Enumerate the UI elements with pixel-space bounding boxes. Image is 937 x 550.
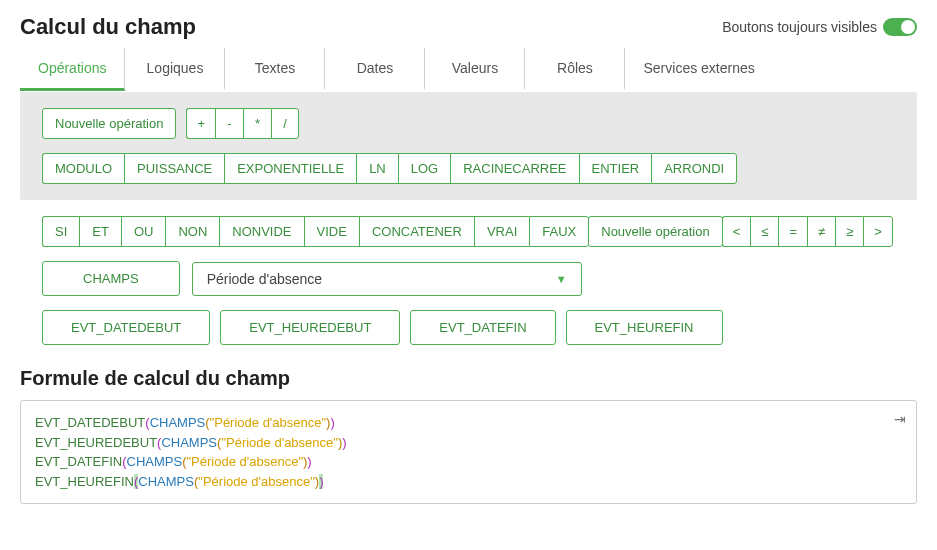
tab-valeurs[interactable]: Valeurs [425, 48, 525, 91]
op-[interactable]: - [215, 108, 243, 139]
chevron-down-icon: ▼ [556, 273, 567, 285]
func-log[interactable]: LOG [398, 153, 450, 184]
formula-title: Formule de calcul du champ [20, 367, 917, 390]
tab-bar: OpérationsLogiquesTextesDatesValeursRôle… [20, 48, 917, 92]
arith-operators: +-*/ [186, 108, 299, 139]
tab-textes[interactable]: Textes [225, 48, 325, 91]
logic-vide[interactable]: VIDE [304, 216, 359, 247]
func-racinecarree[interactable]: RACINECARREE [450, 153, 578, 184]
field-select-value: Période d'absence [207, 271, 323, 287]
func-arrondi[interactable]: ARRONDI [651, 153, 737, 184]
logic-non[interactable]: NON [165, 216, 219, 247]
op-[interactable]: * [243, 108, 271, 139]
tab-rôles[interactable]: Rôles [525, 48, 625, 91]
evt-evt_heurefin[interactable]: EVT_HEUREFIN [566, 310, 723, 345]
logic-et[interactable]: ET [79, 216, 121, 247]
tab-dates[interactable]: Dates [325, 48, 425, 91]
cmp-[interactable]: ≠ [807, 216, 835, 247]
tab-services-externes[interactable]: Services externes [625, 48, 772, 91]
logic-si[interactable]: SI [42, 216, 79, 247]
expand-icon[interactable]: ⇥ [894, 409, 906, 430]
field-select[interactable]: Période d'absence ▼ [192, 262, 582, 296]
new-op-inline-group: Nouvelle opération [588, 216, 722, 247]
func-modulo[interactable]: MODULO [42, 153, 124, 184]
evt-evt_heuredebut[interactable]: EVT_HEUREDEBUT [220, 310, 400, 345]
func-entier[interactable]: ENTIER [579, 153, 652, 184]
func-puissance[interactable]: PUISSANCE [124, 153, 224, 184]
cmp-[interactable]: ≤ [750, 216, 778, 247]
logic-faux[interactable]: FAUX [529, 216, 589, 247]
tab-opérations[interactable]: Opérations [20, 48, 125, 91]
logic-nonvide[interactable]: NONVIDE [219, 216, 303, 247]
func-ln[interactable]: LN [356, 153, 398, 184]
logic-ou[interactable]: OU [121, 216, 166, 247]
logic-concatener[interactable]: CONCATENER [359, 216, 474, 247]
cmp-[interactable]: = [778, 216, 807, 247]
func-exponentielle[interactable]: EXPONENTIELLE [224, 153, 356, 184]
logic-vrai[interactable]: VRAI [474, 216, 529, 247]
new-operation-button[interactable]: Nouvelle opération [42, 108, 176, 139]
event-functions: EVT_DATEDEBUTEVT_HEUREDEBUTEVT_DATEFINEV… [42, 310, 895, 345]
toggle-label: Boutons toujours visibles [722, 19, 877, 35]
toggle-buttons-visible[interactable] [883, 18, 917, 36]
new-operation-inline[interactable]: Nouvelle opération [588, 216, 722, 247]
cmp-[interactable]: > [863, 216, 893, 247]
tab-logiques[interactable]: Logiques [125, 48, 225, 91]
op-[interactable]: / [271, 108, 299, 139]
evt-evt_datefin[interactable]: EVT_DATEFIN [410, 310, 555, 345]
evt-evt_datedebut[interactable]: EVT_DATEDEBUT [42, 310, 210, 345]
comparison-operators: <≤=≠≥> [722, 216, 893, 247]
math-functions: MODULOPUISSANCEEXPONENTIELLELNLOGRACINEC… [42, 153, 737, 184]
champs-button[interactable]: CHAMPS [42, 261, 180, 296]
logic-functions: SIETOUNONNONVIDEVIDECONCATENERVRAIFAUX [42, 216, 589, 247]
cmp-[interactable]: < [722, 216, 751, 247]
page-title: Calcul du champ [20, 14, 196, 40]
formula-editor[interactable]: ⇥ EVT_DATEDEBUT(CHAMPS("Période d'absenc… [20, 400, 917, 504]
op-[interactable]: + [186, 108, 215, 139]
cmp-[interactable]: ≥ [835, 216, 863, 247]
